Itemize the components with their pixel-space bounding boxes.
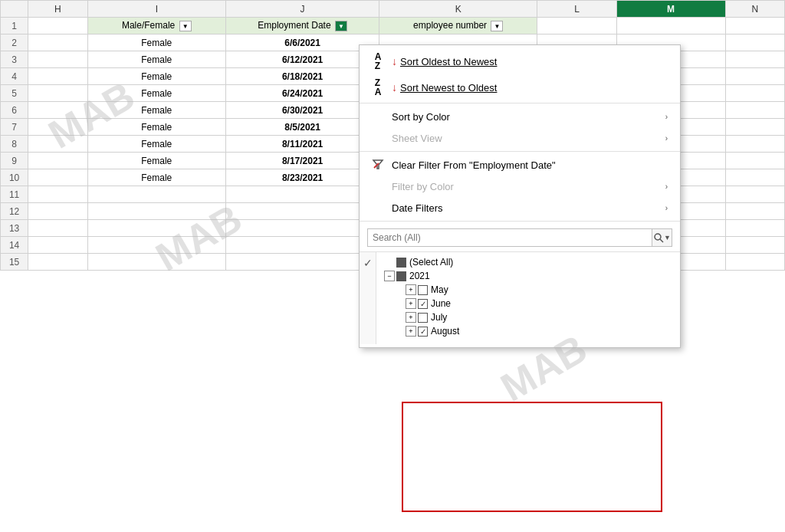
sort-color-label: Sort by Color [392,111,665,123]
dropdown-arrow-search: ▼ [664,234,671,241]
cell-I: Female [87,68,226,85]
checkbox-select-all[interactable] [396,258,406,268]
cell-J: 6/30/2021 [226,102,379,119]
search-container: ▼ [360,224,680,252]
clear-filter-label: Clear Filter From "Employment Date" [392,159,668,171]
cell-I: Female [87,85,226,102]
cell-I: Female [87,34,226,51]
cell-J: 6/18/2021 [226,68,379,85]
cell-N [725,34,784,51]
row-num: 6 [1,102,28,119]
cell-H [28,136,87,153]
sheet-view-label: Sheet View [392,133,665,144]
month-label-may: May [431,284,448,295]
row-num: 10 [1,169,28,186]
cell-H [28,34,87,51]
col-header-L[interactable]: L [537,1,616,18]
row-num: 3 [1,51,28,68]
month-label-june: June [431,298,451,309]
checkbox-june[interactable]: ✓ [418,299,428,309]
separator-2 [360,151,680,152]
tree-item-select-all[interactable]: (Select All) [384,255,672,269]
expander-august[interactable]: + [406,326,416,337]
menu-item-sort-color[interactable]: Sort by Color › [360,106,680,127]
cell-N [725,85,784,102]
filter-btn-K[interactable]: ▼ [491,21,503,31]
svg-point-2 [655,234,661,240]
checkbox-august[interactable]: ✓ [418,327,428,337]
cell-I: Female [87,169,226,186]
row-num: 4 [1,68,28,85]
select-all-label: (Select All) [409,257,453,268]
cell-I: Female [87,51,226,68]
cell-H [28,85,87,102]
checkbox-2021[interactable] [396,271,406,281]
sort-oldest-label: Sort Oldest to Newest [400,56,668,67]
sort-newest-label: Sort Newest to Oldest [400,82,668,94]
sort-az-icon: AZ [369,52,387,71]
corner-cell [1,1,28,18]
filter-btn-J[interactable]: ▼ [335,21,347,31]
cell-N [725,51,784,68]
cell-J1: Employment Date ▼ [226,18,379,34]
cell-J: 8/5/2021 [226,119,379,136]
cell-N [725,153,784,169]
menu-item-filter-color: Filter by Color › [360,176,680,197]
checkbox-may[interactable] [418,285,428,295]
tree-item-2021[interactable]: − 2021 [384,269,672,283]
menu-item-date-filters[interactable]: Date Filters › [360,197,680,218]
date-filters-arrow: › [665,204,668,212]
cell-J: 6/24/2021 [226,85,379,102]
cell-J: 8/23/2021 [226,169,379,186]
cell-H [28,153,87,169]
expander-july[interactable]: + [406,312,416,323]
col-header-I[interactable]: I [87,1,226,18]
search-input[interactable] [367,228,652,247]
expander-2021[interactable]: − [384,271,395,281]
row-num: 8 [1,136,28,153]
menu-item-sort-newest[interactable]: ZA ↓ Sort Newest to Oldest [360,74,680,100]
menu-item-clear-filter[interactable]: Clear Filter From "Employment Date" [360,154,680,176]
search-icon [653,232,664,243]
cell-J: 8/17/2021 [226,153,379,169]
menu-item-sort-oldest[interactable]: AZ ↓ Sort Oldest to Newest [360,48,680,74]
filter-btn-I[interactable]: ▼ [179,21,192,31]
sheet-view-arrow: › [665,134,668,143]
spreadsheet: H I J K L M N 1 Male/Female ▼ Employment… [0,0,785,532]
cell-L1 [537,18,616,34]
cell-H [28,119,87,136]
month-label-august: August [431,326,459,337]
col-header-H[interactable]: H [28,1,87,18]
tree-item-july[interactable]: + July [406,310,672,324]
active-filter-checkmark: ✓ [363,257,373,269]
cell-J: 8/11/2021 [226,136,379,153]
cell-I: Female [87,153,226,169]
expander-may[interactable]: + [406,284,416,295]
cell-H [28,51,87,68]
cell-H1 [28,18,87,34]
row-num: 7 [1,119,28,136]
checkbox-july[interactable] [418,313,428,323]
svg-line-3 [660,239,663,242]
tree-item-may[interactable]: + May [406,283,672,297]
col-header-N[interactable]: N [725,1,784,18]
col-header-M[interactable]: M [616,1,725,18]
sort-down-arrow2: ↓ [392,81,397,94]
cell-J: 6/6/2021 [226,34,379,51]
cell-J: 6/12/2021 [226,51,379,68]
date-filters-label: Date Filters [392,202,665,214]
filter-clear-icon [369,159,387,171]
col-header-J[interactable]: J [226,1,379,18]
menu-item-sheet-view: Sheet View › [360,127,680,149]
tree-item-august[interactable]: + ✓ August [406,324,672,338]
tree-item-june[interactable]: + ✓ June [406,297,672,310]
search-button[interactable]: ▼ [652,228,672,247]
expander-june[interactable]: + [406,298,416,309]
red-highlight-box [402,402,662,512]
cell-H [28,169,87,186]
cell-N [725,68,784,85]
col-header-K[interactable]: K [379,1,537,18]
checkmark-panel: ✓ [360,252,376,344]
cell-N [725,102,784,119]
cell-H [28,102,87,119]
